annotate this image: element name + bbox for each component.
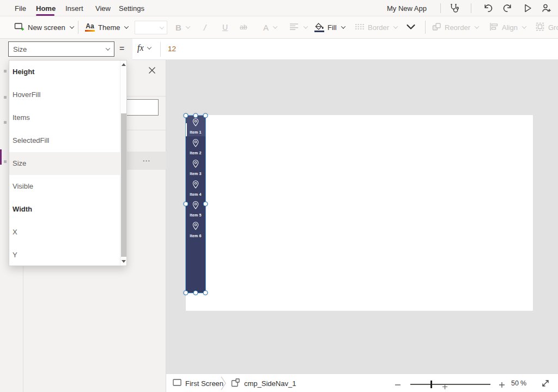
menu-view[interactable]: View [95, 0, 111, 16]
strikethrough-button[interactable]: ab [240, 16, 247, 38]
scroll-up-icon[interactable] [122, 63, 126, 66]
underline-button[interactable]: U [222, 16, 228, 38]
chevron-down-bold-icon [406, 23, 416, 32]
menu-file[interactable]: File [15, 0, 26, 16]
menu-bar: File Home Insert View Settings My New Ap… [0, 0, 558, 16]
toolbar-overflow-button[interactable] [406, 16, 416, 38]
border-button[interactable]: Border [355, 16, 397, 38]
chevron-down-icon [304, 24, 308, 28]
nav-item: Item 5 [186, 198, 205, 219]
selection-handle-se[interactable] [203, 291, 208, 295]
dropdown-item-visible[interactable]: Visible [9, 175, 120, 198]
play-preview-button[interactable] [520, 2, 535, 15]
group-button[interactable]: Gro [536, 16, 558, 38]
property-dropdown-list: Height HoverFill Items SelectedFill Size… [9, 60, 127, 266]
selection-handle-n[interactable] [193, 113, 198, 118]
formula-input[interactable]: 12 [168, 45, 176, 53]
breadcrumb-component[interactable]: cmp_SideNav_1 [231, 374, 296, 392]
new-screen-icon [14, 22, 25, 33]
fill-color-swatch [314, 31, 324, 32]
nav-item-label: Item 5 [190, 213, 201, 217]
close-icon [148, 67, 156, 76]
selection-handle-w[interactable] [184, 202, 189, 207]
fx-selector[interactable]: fx [137, 43, 151, 53]
toolbar: New screen Aa Theme B / U ab [0, 16, 558, 39]
theme-button[interactable]: Aa Theme [85, 16, 128, 38]
dropdown-item-width[interactable]: Width [9, 198, 120, 221]
reorder-icon [432, 22, 441, 33]
divider [471, 3, 471, 13]
app-title: My New App [387, 0, 427, 16]
selection-handle-sw[interactable] [184, 291, 189, 295]
active-rail-indicator [0, 149, 2, 165]
location-pin-icon [192, 118, 199, 129]
undo-button[interactable] [481, 2, 495, 15]
selection-handle-s[interactable] [193, 291, 198, 295]
zoom-value: 50 [511, 379, 519, 387]
redo-icon [502, 3, 513, 14]
property-selector-value: Size [13, 45, 27, 53]
undo-icon [482, 3, 493, 14]
border-label: Border [368, 23, 389, 32]
dropdown-item-items[interactable]: Items [9, 106, 120, 129]
property-selector[interactable]: Size [8, 41, 114, 57]
chevron-down-icon [273, 24, 277, 28]
zoom-out-button[interactable] [395, 381, 401, 390]
chevron-down-icon [69, 24, 74, 28]
active-menu-underline [36, 14, 54, 16]
fill-button[interactable]: Fill [314, 16, 345, 38]
redo-button[interactable] [501, 2, 515, 15]
location-pin-icon [192, 221, 199, 233]
italic-icon: / [204, 23, 206, 32]
design-canvas[interactable]: Item 1 Item 2 Item 3 [166, 60, 558, 373]
bold-icon: B [175, 23, 181, 32]
menu-settings[interactable]: Settings [119, 0, 144, 16]
dropdown-item-hoverfill[interactable]: HoverFill [9, 83, 120, 106]
component-name: cmp_SideNav_1 [244, 379, 296, 388]
zoom-slider[interactable] [410, 384, 490, 385]
app-checker-button[interactable] [447, 2, 462, 15]
location-pin-icon [192, 180, 199, 191]
italic-button[interactable]: / [204, 16, 206, 38]
dropdown-item-y[interactable]: Y [9, 244, 120, 267]
scroll-down-icon[interactable] [122, 260, 126, 263]
zoom-in-button[interactable] [499, 381, 505, 390]
font-color-icon: A [263, 23, 269, 32]
fit-to-window-button[interactable] [541, 379, 550, 390]
selection-handle-nw[interactable] [184, 113, 189, 118]
dropdown-item-height[interactable]: Height [9, 61, 120, 83]
screen-artboard[interactable] [186, 115, 533, 311]
nav-item: Item 3 [186, 157, 205, 178]
border-icon [355, 23, 365, 32]
breadcrumb-screen[interactable]: First Screen [173, 374, 223, 392]
selection-handle-e[interactable] [203, 202, 208, 207]
dropdown-item-size[interactable]: Size [9, 152, 120, 175]
status-bar: First Screen cmp_SideNav_1 [166, 373, 558, 392]
rail-icon-fragment [4, 70, 7, 73]
menu-insert[interactable]: Insert [65, 0, 83, 16]
font-color-button[interactable]: A [263, 16, 277, 38]
text-align-button[interactable] [289, 16, 307, 38]
equals-sign: = [119, 44, 124, 53]
dropdown-item-x[interactable]: X [9, 221, 120, 244]
play-icon [522, 3, 533, 14]
share-button[interactable] [539, 2, 554, 15]
align-button[interactable]: Align [489, 16, 526, 38]
theme-icon: Aa [85, 23, 95, 32]
scrollbar-thumb[interactable] [121, 113, 126, 257]
font-size-combo[interactable] [135, 21, 167, 34]
more-options-button[interactable]: … [142, 154, 151, 163]
dropdown-scrollbar[interactable] [120, 61, 126, 266]
dropdown-item-selectedfill[interactable]: SelectedFill [9, 129, 120, 152]
selection-handle-ne[interactable] [203, 113, 208, 118]
rail-icon-fragment [4, 96, 7, 99]
new-screen-button[interactable]: New screen [14, 16, 74, 38]
bold-button[interactable]: B [175, 16, 190, 38]
zoom-slider-thumb[interactable] [430, 381, 432, 388]
panel-close-button[interactable] [147, 66, 157, 77]
chevron-down-icon [124, 24, 129, 28]
nav-item-label: Item 3 [190, 172, 201, 176]
nav-item-label: Item 4 [190, 192, 201, 196]
reorder-button[interactable]: Reorder [432, 16, 478, 38]
text-align-icon [289, 23, 299, 32]
